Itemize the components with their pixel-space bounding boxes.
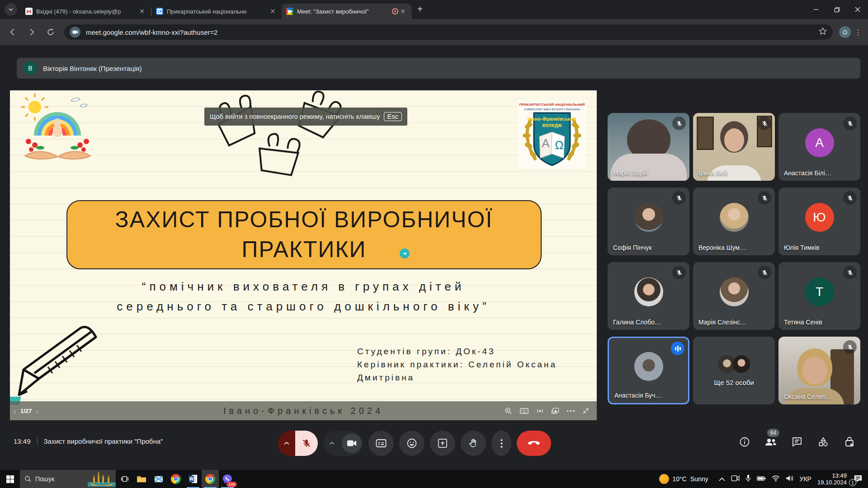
tray-wifi-icon[interactable] [772, 475, 780, 483]
close-button[interactable] [847, 0, 868, 19]
language-indicator[interactable]: УКР [800, 475, 811, 483]
tab-title: Прикарпатський національни [167, 8, 264, 15]
participant-tile-speaking[interactable]: Анастасія Буч… [608, 337, 689, 404]
people-button[interactable]: 64 [765, 436, 777, 448]
participant-tile[interactable]: Т Тетяна Сенів [778, 262, 860, 330]
svg-text:коледж: коледж [542, 122, 562, 128]
participant-tile[interactable]: Оксана Селеп… [778, 337, 860, 404]
tab-meet-active[interactable]: Meet: "Захист виробничої" ✕ [282, 4, 412, 19]
participant-tile[interactable]: Ірина Бей [693, 113, 775, 181]
avatar [720, 203, 749, 232]
bookmark-star-icon[interactable] [818, 27, 827, 38]
participant-name: Юлія Тимків [784, 244, 819, 251]
meeting-title: Захист виробничої практики "Пробна" [44, 437, 163, 445]
raise-hand-button[interactable] [461, 431, 486, 456]
avatar [634, 277, 663, 306]
notification-center-icon[interactable]: 1 [853, 474, 863, 484]
host-controls-button[interactable] [844, 436, 855, 448]
back-icon[interactable] [6, 26, 19, 38]
participant-tile[interactable]: Софія Пінчук [608, 188, 689, 255]
new-tab-button[interactable]: + [417, 4, 423, 14]
tab-close-icon[interactable]: ✕ [268, 7, 277, 16]
chat-button[interactable] [791, 436, 803, 448]
participant-name: Софія Пінчук [613, 244, 651, 251]
tab-search-button[interactable] [5, 3, 17, 16]
people-count-badge: 64 [767, 429, 779, 437]
word-icon[interactable] [184, 470, 202, 488]
mic-muted-icon [672, 117, 686, 130]
file-explorer-icon[interactable] [133, 470, 150, 488]
children-illustration [20, 93, 95, 167]
captions-button[interactable] [368, 431, 394, 456]
weather-condition: Sunny [690, 475, 708, 483]
forward-icon[interactable] [25, 26, 38, 38]
participant-tile[interactable]: Вероніка Шум… [693, 188, 775, 255]
minimize-button[interactable] [806, 0, 826, 19]
camera-options-chevron[interactable] [323, 431, 340, 456]
slide-title-line2: ПРАКТИКИ [67, 235, 541, 264]
calendar-icon: 19 [156, 8, 163, 15]
tray-battery-icon[interactable] [757, 475, 766, 483]
tray-volume-icon[interactable] [786, 475, 794, 483]
slide-subtitle-line2: середнього та старшого дошкільного віку” [10, 296, 597, 316]
taskbar-clock[interactable]: 13:49 19.10.2024 [817, 472, 847, 486]
tab-close-icon[interactable]: ✕ [398, 7, 407, 16]
profile-avatar[interactable]: O [839, 26, 851, 38]
meeting-details-button[interactable] [739, 436, 750, 448]
video-placeholder [802, 357, 827, 385]
chrome-icon-active[interactable] [202, 470, 219, 488]
start-button[interactable] [0, 470, 20, 488]
fullscreen-exit-toast: Щоб вийти з повноекранного режиму, натис… [204, 108, 407, 126]
avatar: А [805, 128, 834, 157]
present-button[interactable] [430, 431, 455, 456]
task-view-button[interactable] [116, 470, 133, 488]
tab-close-icon[interactable]: ✕ [137, 7, 146, 16]
viber-icon[interactable]: 149 [219, 470, 236, 488]
activities-button[interactable] [817, 436, 829, 448]
url-bar[interactable]: meet.google.com/wbf-kmno-xxi?authuser=2 [64, 24, 833, 40]
meeting-time: 13:49 [14, 437, 31, 445]
shared-presentation[interactable]: ПРИКАРПАТСЬКИЙ НАЦІОНАЛЬНИЙ УНІВЕРСИТЕТ … [10, 90, 597, 420]
reload-icon[interactable] [44, 26, 57, 38]
tab-gmail[interactable]: Вхідні (479) - oksana.selepiy@p ✕ [21, 4, 151, 19]
mail-icon[interactable] [150, 470, 167, 488]
avatar: Ю [805, 203, 834, 232]
presenter-banner: В Вікторія Вінтоняк (Презентація) [17, 58, 860, 79]
end-call-button[interactable] [517, 431, 551, 456]
meet-control-bar: 13:49 Захист виробничої практики "Пробна… [0, 427, 868, 470]
video-placeholder [697, 117, 714, 150]
restore-button[interactable] [826, 0, 847, 19]
tray-mic-icon[interactable] [745, 474, 751, 483]
participant-tile[interactable]: Ю Юлія Тимків [778, 188, 860, 255]
browser-toolbar: meet.google.com/wbf-kmno-xxi?authuser=2 … [0, 19, 868, 45]
tray-camera-icon[interactable] [731, 475, 740, 483]
tray-expand-icon[interactable] [719, 475, 725, 483]
camera-in-use-icon[interactable] [70, 27, 80, 38]
participant-tile[interactable]: Марія Зорій [608, 113, 689, 181]
taskbar-search[interactable]: Пошук [20, 470, 116, 488]
participant-name: Анастасія Буч… [614, 392, 662, 399]
reactions-button[interactable] [399, 431, 425, 456]
url-text[interactable]: meet.google.com/wbf-kmno-xxi?authuser=2 [86, 28, 818, 36]
chrome-icon[interactable] [167, 470, 184, 488]
camera-button[interactable] [340, 431, 363, 456]
windows-taskbar: Пошук 149 10°C Sunny [0, 470, 868, 488]
svg-text:Ω: Ω [555, 138, 563, 152]
taskbar-weather[interactable]: 10°C Sunny [659, 474, 708, 484]
participant-tile[interactable]: Галина Слобо… [608, 262, 689, 330]
avatar: Т [805, 277, 834, 306]
mic-muted-button[interactable] [295, 431, 318, 456]
toast-text: Щоб вийти з повноекранного режиму, натис… [210, 113, 380, 120]
tab-calendar[interactable]: 19 Прикарпатський національни ✕ [151, 4, 282, 19]
sun-icon [659, 474, 669, 484]
participant-name: Анастасія Білі… [784, 169, 831, 177]
more-participants-tile[interactable]: Ще 52 особи [693, 337, 775, 404]
participant-tile[interactable]: Марія Слезінс… [693, 262, 775, 330]
divider [37, 437, 38, 445]
more-options-button[interactable] [491, 431, 511, 456]
slide-info-line1: Студентів групи: ДОк-43 [357, 345, 557, 358]
participant-tile[interactable]: А Анастасія Білі… [778, 113, 860, 181]
mic-muted-icon [843, 117, 857, 130]
mic-options-chevron[interactable] [278, 431, 295, 456]
browser-menu-icon[interactable]: ⋮ [854, 28, 863, 37]
